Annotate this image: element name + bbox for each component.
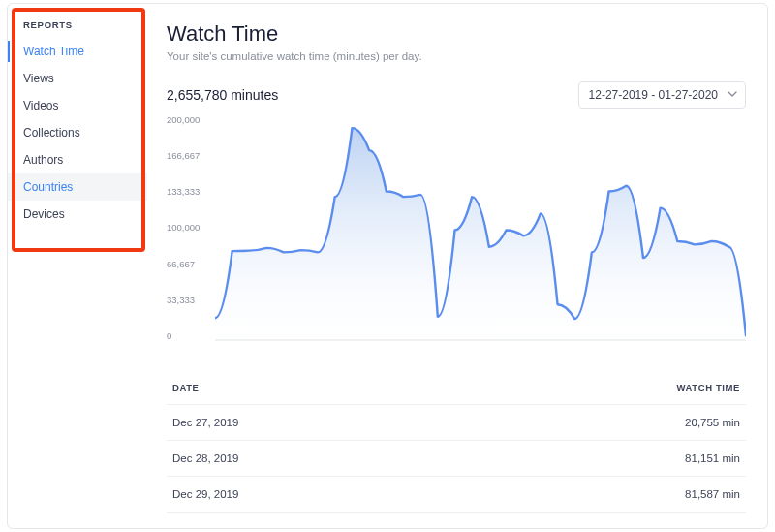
data-table: DATE WATCH TIME Dec 27, 201920,755 minDe… — [167, 370, 746, 513]
sidebar-item-devices[interactable]: Devices — [8, 201, 147, 228]
page-title: Watch Time — [167, 21, 746, 47]
main-content: Watch Time Your site's cumulative watch … — [147, 4, 767, 528]
chart-y-tick: 200,000 — [167, 114, 211, 125]
chevron-down-icon — [728, 91, 735, 99]
table-cell-watch-time: 20,755 min — [685, 417, 740, 428]
table-cell-date: Dec 28, 2019 — [172, 453, 238, 464]
sidebar-item-watch-time[interactable]: Watch Time — [8, 38, 147, 65]
total-watch-time: 2,655,780 minutes — [167, 87, 278, 103]
table-row: Dec 28, 201981,151 min — [167, 441, 746, 477]
chart-y-tick: 100,000 — [167, 222, 211, 233]
chart-y-axis: 200,000166,667133,333100,00066,66733,333… — [167, 114, 211, 341]
table-col-date: DATE — [172, 382, 200, 392]
table-cell-date: Dec 27, 2019 — [172, 417, 238, 428]
chart-y-tick: 166,667 — [167, 150, 211, 161]
sidebar-item-label: Videos — [23, 99, 58, 112]
app-frame: REPORTS Watch TimeViewsVideosCollections… — [7, 3, 768, 529]
table-cell-watch-time: 81,151 min — [685, 453, 740, 464]
sidebar-item-label: Devices — [23, 207, 65, 221]
table-header: DATE WATCH TIME — [167, 370, 746, 405]
chart-plot — [215, 119, 746, 341]
sidebar-title: REPORTS — [8, 19, 147, 38]
table-cell-watch-time: 81,587 min — [685, 488, 740, 500]
chart-y-tick: 0 — [167, 330, 211, 341]
sidebar: REPORTS Watch TimeViewsVideosCollections… — [8, 4, 147, 528]
chart-y-tick: 66,667 — [167, 259, 211, 269]
sidebar-item-label: Watch Time — [23, 45, 84, 58]
sidebar-item-label: Authors — [23, 153, 63, 167]
date-range-label: 12-27-2019 - 01-27-2020 — [589, 88, 718, 102]
chart-y-tick: 133,333 — [167, 186, 211, 197]
watch-time-chart: 200,000166,667133,333100,00066,66733,333… — [167, 114, 746, 357]
summary-row: 2,655,780 minutes 12-27-2019 - 01-27-202… — [167, 81, 746, 109]
sidebar-item-label: Collections — [23, 126, 80, 140]
sidebar-item-authors[interactable]: Authors — [8, 146, 147, 173]
sidebar-item-countries[interactable]: Countries — [8, 173, 147, 201]
table-row: Dec 29, 201981,587 min — [167, 477, 746, 513]
page-subtitle: Your site's cumulative watch time (minut… — [167, 50, 746, 62]
table-row: Dec 27, 201920,755 min — [167, 405, 746, 441]
sidebar-item-label: Countries — [23, 180, 73, 194]
table-cell-date: Dec 29, 2019 — [172, 488, 238, 500]
sidebar-item-collections[interactable]: Collections — [8, 119, 147, 146]
chart-y-tick: 33,333 — [167, 295, 211, 305]
table-col-watch-time: WATCH TIME — [677, 382, 740, 392]
sidebar-item-label: Views — [23, 72, 54, 85]
date-range-picker[interactable]: 12-27-2019 - 01-27-2020 — [578, 81, 746, 109]
sidebar-item-videos[interactable]: Videos — [8, 92, 147, 119]
sidebar-item-views[interactable]: Views — [8, 65, 147, 92]
